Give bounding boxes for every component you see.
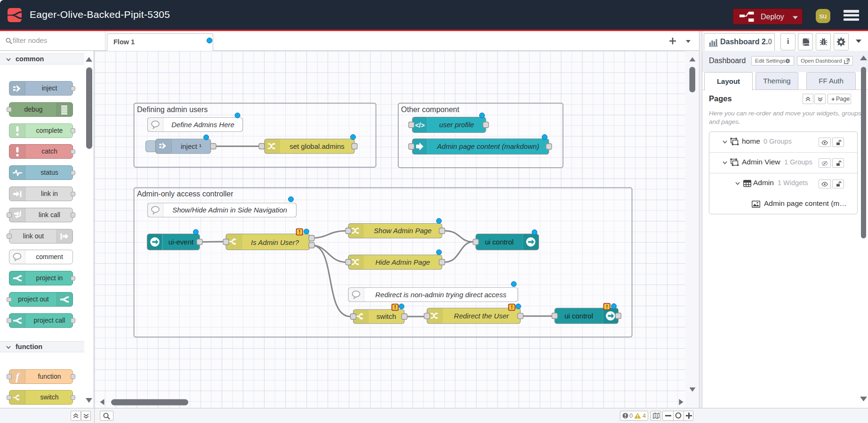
svg-text:Other component: Other component bbox=[401, 106, 459, 114]
svg-text:ui-event: ui-event bbox=[169, 238, 194, 246]
svg-text:ui control: ui control bbox=[564, 312, 593, 320]
svg-text:!: ! bbox=[606, 304, 608, 309]
svg-text:Define Admins Here: Define Admins Here bbox=[171, 121, 234, 129]
svg-text:!: ! bbox=[511, 304, 513, 310]
svg-text:Is Admin User?: Is Admin User? bbox=[251, 238, 299, 246]
svg-text:Admin page content (markdown): Admin page content (markdown) bbox=[437, 142, 539, 150]
svg-text:Hide Admin Page: Hide Admin Page bbox=[375, 258, 430, 266]
svg-text:Redirect is non-admin trying d: Redirect is non-admin trying direct acce… bbox=[375, 291, 506, 299]
svg-text:!: ! bbox=[298, 229, 300, 235]
svg-text:set global.admins: set global.admins bbox=[289, 142, 345, 150]
svg-text:switch: switch bbox=[377, 312, 396, 320]
svg-text:Show Admin Page: Show Admin Page bbox=[374, 227, 432, 235]
svg-text:!: ! bbox=[394, 304, 396, 310]
svg-text:Redirect the User: Redirect the User bbox=[454, 312, 509, 320]
svg-text:Show/Hide Admin in Side Naviga: Show/Hide Admin in Side Navigation bbox=[172, 206, 287, 214]
svg-text:</>: </> bbox=[415, 122, 425, 129]
svg-text:Admin-only access controller: Admin-only access controller bbox=[137, 190, 233, 198]
svg-text:inject ¹: inject ¹ bbox=[181, 142, 201, 150]
svg-text:ui control: ui control bbox=[485, 238, 514, 246]
svg-text:Defining admin users: Defining admin users bbox=[137, 106, 208, 114]
svg-text:user profile: user profile bbox=[439, 121, 474, 129]
